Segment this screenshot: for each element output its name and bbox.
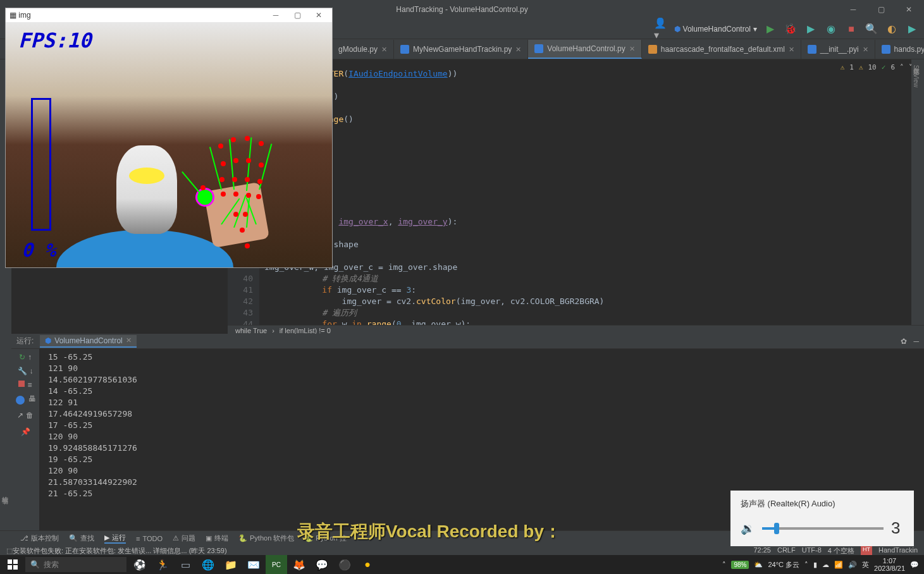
encoding[interactable]: UTF-8 bbox=[802, 546, 822, 556]
rerun-icon[interactable]: ↻ bbox=[19, 353, 25, 362]
edge-icon[interactable]: 🌐 bbox=[197, 555, 219, 574]
audio-device-name: 扬声器 (Realtek(R) Audio) bbox=[741, 498, 904, 510]
notifications-icon[interactable]: 💬 bbox=[910, 561, 919, 569]
tab-find[interactable]: 🔍 查找 bbox=[69, 534, 94, 543]
stop-icon[interactable] bbox=[18, 381, 25, 387]
volume-popup[interactable]: 扬声器 (Realtek(R) Audio) 🔉 3 bbox=[730, 491, 914, 546]
cv-minimize-button[interactable]: ─ bbox=[266, 11, 285, 20]
close-icon[interactable]: ✕ bbox=[515, 46, 521, 54]
search-icon: 🔍 bbox=[30, 560, 40, 569]
coverage-button[interactable]: ▶ bbox=[804, 22, 818, 36]
close-icon[interactable]: ✕ bbox=[863, 46, 868, 54]
clip-icon[interactable]: ≡ bbox=[27, 381, 32, 389]
stop-button[interactable]: ■ bbox=[844, 22, 858, 36]
hand-tracking-overlay bbox=[195, 149, 303, 259]
tab-problems[interactable]: ⚠ 问题 bbox=[173, 534, 195, 543]
user-icon[interactable]: 👤▾ bbox=[654, 22, 668, 36]
taskview-icon[interactable]: ▭ bbox=[175, 555, 196, 574]
gear-icon[interactable]: ✿ bbox=[901, 337, 907, 346]
taskbar-football-icon[interactable]: ⚽ bbox=[129, 555, 151, 574]
export-icon[interactable]: ↗ bbox=[17, 411, 23, 420]
start-button[interactable] bbox=[0, 555, 25, 574]
settings-icon[interactable]: ◐ bbox=[885, 22, 899, 36]
tab-hands[interactable]: hands.py✕ ⋮ bbox=[875, 40, 924, 59]
up-icon[interactable]: ↑ bbox=[28, 353, 32, 362]
svg-rect-3 bbox=[13, 565, 18, 570]
run-panel-tab[interactable]: ⬢ VolumeHandControl ✕ bbox=[40, 335, 136, 348]
right-tool-strip[interactable]: 数据库 SciView bbox=[911, 59, 924, 331]
close-icon[interactable]: ✕ bbox=[789, 46, 794, 54]
run-label: 运行: bbox=[16, 336, 34, 346]
weather-icon[interactable]: ⛅ bbox=[754, 561, 763, 569]
tab-python-packages[interactable]: 🐍 Python 软件包 bbox=[238, 534, 294, 543]
tray-up-icon[interactable]: ˄ bbox=[804, 561, 808, 569]
status-message[interactable]: 安装软件包失败: 正在安装软件包: 发生错误... 详细信息... (昨天 23… bbox=[13, 546, 227, 556]
cv-app-icon: ▦ bbox=[9, 11, 16, 20]
print-icon[interactable]: 🖶 bbox=[28, 394, 36, 406]
pin-icon[interactable]: 📌 bbox=[21, 427, 30, 436]
minimize-panel-icon[interactable]: ─ bbox=[913, 337, 919, 346]
minimize-button[interactable]: ─ bbox=[841, 1, 866, 18]
volume-tray-icon[interactable]: 🔊 bbox=[848, 561, 857, 569]
run-sidebar: ↻↑ 🔧↓ ≡ 🖶 ↗🗑 📌 bbox=[11, 349, 39, 532]
run-panel-header: 运行: ⬢ VolumeHandControl ✕ ✿ ─ bbox=[11, 334, 924, 349]
close-icon[interactable]: ✕ bbox=[381, 46, 387, 54]
battery-badge[interactable]: 98% bbox=[731, 561, 749, 569]
cv-video-frame: FPS:10 0 % bbox=[6, 22, 332, 267]
chevron-up-icon[interactable]: ˄ bbox=[722, 561, 726, 569]
svg-rect-2 bbox=[8, 565, 12, 570]
run-config-selector[interactable]: ⬢ VolumeHandControl ▾ bbox=[674, 25, 757, 34]
debug-button[interactable]: 🐞 bbox=[784, 22, 798, 36]
play-store-icon[interactable]: ▶ bbox=[905, 22, 919, 36]
tab-volumehandcontrol[interactable]: VolumeHandControl.py✕ bbox=[528, 40, 641, 59]
wrench-icon[interactable]: 🔧 bbox=[18, 367, 27, 376]
close-button[interactable]: ✕ bbox=[896, 1, 921, 18]
mail-icon[interactable]: ✉️ bbox=[243, 555, 264, 574]
close-icon[interactable]: ✕ bbox=[629, 45, 635, 53]
weather-text[interactable]: 24°C 多云 bbox=[768, 560, 799, 570]
cv-close-button[interactable]: ✕ bbox=[309, 11, 328, 20]
tray-icon[interactable]: ▮ bbox=[813, 561, 817, 569]
obs-icon[interactable]: ⚫ bbox=[334, 555, 355, 574]
tab-todo[interactable]: ≡ TODO bbox=[136, 535, 163, 542]
cv-titlebar[interactable]: ▦ img ─ ▢ ✕ bbox=[6, 8, 332, 22]
app2-icon[interactable]: ● bbox=[357, 555, 378, 574]
speaker-icon[interactable]: 🔉 bbox=[741, 522, 755, 535]
project-name[interactable]: HandTrackin bbox=[878, 546, 918, 556]
line-ending[interactable]: CRLF bbox=[777, 546, 796, 556]
run-button[interactable]: ▶ bbox=[763, 22, 777, 36]
cursor-position[interactable]: 72:25 bbox=[753, 546, 771, 556]
windows-taskbar: 🔍 搜索 ⚽ 🏃 ▭ 🌐 📁 ✉️ PC 🦊 💬 ⚫ ● ˄ 98% ⛅ 24°… bbox=[0, 555, 924, 574]
search-icon[interactable]: 🔍 bbox=[865, 22, 878, 36]
wechat-icon[interactable]: 💬 bbox=[311, 555, 333, 574]
cv-maximize-button[interactable]: ▢ bbox=[288, 11, 307, 20]
inspection-summary[interactable]: ⚠1 ⚠10 ✓6 ˄ ˅ bbox=[838, 59, 915, 75]
wifi-icon[interactable]: 📶 bbox=[834, 561, 843, 569]
close-icon[interactable]: ✕ bbox=[126, 336, 132, 345]
tab-run[interactable]: ▶ 运行 bbox=[104, 533, 126, 544]
indent[interactable]: 4 个空格 bbox=[828, 546, 854, 556]
tab-haarcascade[interactable]: haarcascade_frontalface_default.xml✕ bbox=[642, 40, 801, 59]
code-content[interactable]: terface, POINTER(IAudioEndpointVolume))(… bbox=[259, 59, 924, 327]
taskbar-running-icon[interactable]: 🏃 bbox=[152, 555, 173, 574]
maximize-button[interactable]: ▢ bbox=[868, 1, 894, 18]
search-input[interactable]: 🔍 搜索 bbox=[25, 557, 126, 572]
tab-init[interactable]: __init__.pyi✕ bbox=[801, 40, 875, 59]
ime-indicator[interactable]: 英 bbox=[862, 560, 869, 570]
tab-terminal[interactable]: ▣ 终端 bbox=[206, 534, 228, 543]
pycharm-icon[interactable]: PC bbox=[266, 555, 287, 574]
volume-slider[interactable] bbox=[762, 527, 884, 530]
tab-gmodule[interactable]: gModule.py✕ bbox=[332, 40, 394, 59]
explorer-icon[interactable]: 📁 bbox=[220, 555, 242, 574]
chevron-up-icon[interactable]: ˄ bbox=[900, 63, 904, 71]
trash-icon[interactable]: 🗑 bbox=[26, 411, 34, 420]
clock[interactable]: 1:07 2023/8/21 bbox=[874, 557, 905, 572]
profile-button[interactable]: ◉ bbox=[824, 22, 838, 36]
fps-overlay: FPS:10 bbox=[18, 28, 92, 52]
down-icon[interactable]: ↓ bbox=[30, 367, 34, 376]
tab-vcs[interactable]: ⎇ 版本控制 bbox=[20, 534, 59, 543]
onedrive-icon[interactable]: ☁ bbox=[822, 561, 829, 569]
app-icon[interactable]: 🦊 bbox=[288, 555, 310, 574]
opencv-window[interactable]: ▦ img ─ ▢ ✕ FPS:10 0 % bbox=[5, 8, 333, 268]
tab-mynewgame[interactable]: MyNewGameHandTrackin.py✕ bbox=[394, 40, 528, 59]
